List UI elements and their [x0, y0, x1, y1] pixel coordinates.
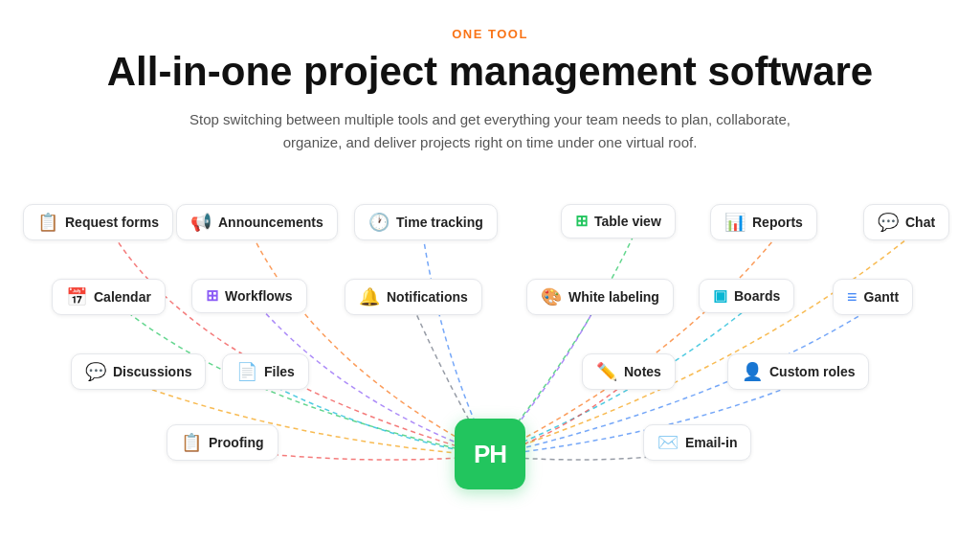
- chip-calendar[interactable]: 📅 Calendar: [52, 279, 166, 315]
- request-forms-icon: 📋: [37, 214, 58, 231]
- workflows-icon: ⊞: [206, 288, 218, 304]
- announcements-label: Announcements: [218, 215, 323, 230]
- reports-label: Reports: [752, 215, 803, 230]
- calendar-label: Calendar: [94, 289, 151, 305]
- custom-roles-icon: 👤: [742, 363, 763, 380]
- chip-table-view[interactable]: ⊞ Table view: [561, 204, 676, 238]
- chip-boards[interactable]: ▣ Boards: [699, 279, 794, 313]
- notes-label: Notes: [624, 364, 661, 379]
- chip-white-labeling[interactable]: 🎨 White labeling: [526, 279, 674, 315]
- white-labeling-icon: 🎨: [541, 288, 562, 306]
- page: ONE TOOL All-in-one project management s…: [0, 0, 980, 545]
- workflows-label: Workflows: [225, 288, 293, 304]
- notifications-icon: 🔔: [359, 288, 380, 306]
- chip-custom-roles[interactable]: 👤 Custom roles: [727, 353, 869, 390]
- chip-time-tracking[interactable]: 🕐 Time tracking: [354, 204, 498, 240]
- chip-workflows[interactable]: ⊞ Workflows: [191, 279, 307, 313]
- main-title: All-in-one project management software: [107, 49, 873, 95]
- proofing-label: Proofing: [209, 435, 264, 450]
- chip-gantt[interactable]: ≡ Gantt: [833, 279, 913, 315]
- center-logo: PH: [455, 419, 525, 489]
- files-icon: 📄: [236, 363, 257, 380]
- proofing-icon: 📋: [181, 434, 202, 451]
- notifications-label: Notifications: [387, 289, 468, 305]
- chip-email-in[interactable]: ✉️ Email-in: [643, 424, 751, 461]
- chip-chat[interactable]: 💬 Chat: [863, 204, 949, 240]
- chip-notifications[interactable]: 🔔 Notifications: [345, 279, 482, 315]
- calendar-icon: 📅: [66, 288, 87, 306]
- time-tracking-label: Time tracking: [396, 215, 483, 230]
- request-forms-label: Request forms: [65, 215, 159, 230]
- subtitle: Stop switching between multiple tools an…: [184, 108, 796, 154]
- email-in-label: Email-in: [685, 435, 737, 450]
- boards-label: Boards: [734, 288, 780, 304]
- discussions-icon: 💬: [85, 363, 106, 380]
- chip-proofing[interactable]: 📋 Proofing: [167, 424, 278, 461]
- chip-reports[interactable]: 📊 Reports: [710, 204, 817, 240]
- gantt-icon: ≡: [847, 288, 858, 306]
- custom-roles-label: Custom roles: [769, 364, 855, 379]
- gantt-label: Gantt: [864, 289, 900, 305]
- discussions-label: Discussions: [113, 364, 191, 379]
- files-label: Files: [264, 364, 295, 379]
- white-labeling-label: White labeling: [568, 289, 659, 305]
- chat-label: Chat: [905, 215, 935, 230]
- notes-icon: ✏️: [596, 363, 617, 380]
- logo-text: PH: [474, 440, 506, 469]
- announcements-icon: 📢: [190, 214, 212, 231]
- features-area: 📋 Request forms 📢 Announcements 🕐 Time t…: [11, 183, 969, 499]
- chip-notes[interactable]: ✏️ Notes: [582, 353, 676, 390]
- reports-icon: 📊: [724, 214, 746, 231]
- chip-discussions[interactable]: 💬 Discussions: [71, 353, 206, 390]
- time-tracking-icon: 🕐: [368, 214, 390, 231]
- chip-announcements[interactable]: 📢 Announcements: [176, 204, 338, 240]
- eyebrow-label: ONE TOOL: [452, 27, 528, 41]
- email-in-icon: ✉️: [657, 434, 679, 451]
- table-view-icon: ⊞: [575, 214, 588, 229]
- chip-request-forms[interactable]: 📋 Request forms: [23, 204, 173, 240]
- table-view-label: Table view: [594, 214, 661, 229]
- chat-icon: 💬: [878, 214, 899, 231]
- chip-files[interactable]: 📄 Files: [222, 353, 309, 390]
- boards-icon: ▣: [713, 288, 727, 304]
